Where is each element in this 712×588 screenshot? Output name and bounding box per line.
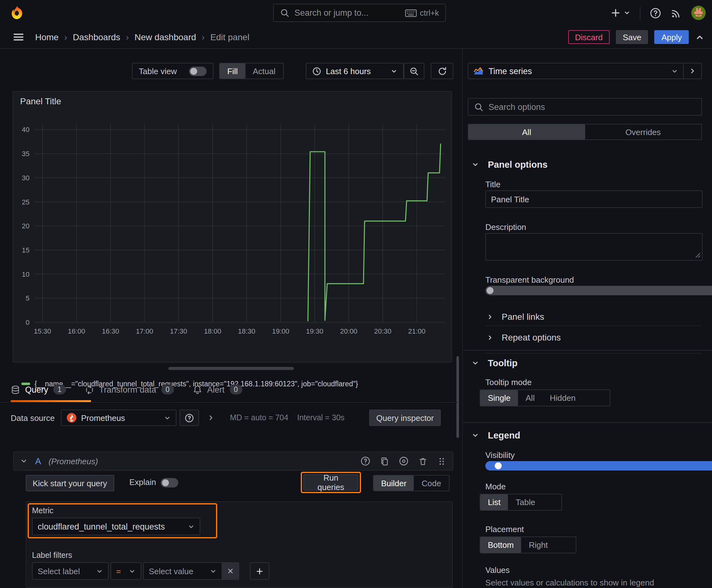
panel-resize-handle[interactable] — [168, 367, 294, 370]
tab-alert[interactable]: Alert0 — [193, 384, 242, 395]
nav-bar: Home›Dashboards›New dashboard›Edit panel… — [0, 26, 712, 49]
datasource-help-button[interactable] — [179, 410, 199, 426]
search-options-placeholder: Search options — [489, 102, 545, 111]
panel-title-input[interactable] — [486, 190, 703, 208]
query-help-icon[interactable] — [360, 456, 370, 466]
select-label-dropdown[interactable]: Select label — [32, 562, 109, 580]
svg-text:21:00: 21:00 — [408, 327, 425, 335]
help-icon[interactable] — [650, 7, 661, 19]
tab-query[interactable]: Query1 — [11, 384, 66, 395]
chevron-down-icon — [390, 67, 397, 75]
menu-icon[interactable] — [13, 32, 24, 42]
tooltip-header[interactable]: Tooltip — [472, 357, 706, 369]
option-code[interactable]: Code — [414, 476, 449, 491]
option-hidden[interactable]: Hidden — [542, 390, 583, 406]
select-value-dropdown[interactable]: Select value — [143, 562, 222, 580]
query-editor-card: Metric cloudflared_tunnel_total_requests… — [26, 501, 453, 588]
breadcrumb-item[interactable]: New dashboard — [134, 32, 196, 42]
legend-values-hint: Select values or calculations to show in… — [486, 578, 712, 587]
panel-title[interactable]: Panel Title — [20, 96, 61, 106]
option-single[interactable]: Single — [480, 390, 518, 406]
panel-options-header[interactable]: Panel options — [472, 159, 706, 170]
chevron-right-icon — [487, 313, 494, 320]
active-tab-underline — [11, 400, 91, 402]
news-rss-icon[interactable] — [671, 7, 682, 19]
operator-dropdown[interactable]: = — [110, 562, 141, 580]
explain-toggle[interactable] — [161, 478, 178, 487]
table-view-label: Table view — [139, 66, 177, 76]
query-row[interactable]: A (Prometheus) — [13, 452, 453, 470]
panel-links-section[interactable]: Panel links — [468, 310, 702, 323]
remove-filter-button[interactable] — [222, 562, 239, 580]
section-divider — [463, 350, 712, 351]
option-right[interactable]: Right — [521, 537, 555, 553]
fill-actual-toggle: FillActual — [219, 63, 284, 79]
duplicate-query-icon[interactable] — [380, 456, 389, 466]
option-list[interactable]: List — [480, 495, 508, 510]
option-overrides[interactable]: Overrides — [585, 124, 701, 140]
table-view-toggle[interactable] — [189, 66, 207, 76]
textarea-resize-handle[interactable] — [695, 253, 701, 258]
option-all[interactable]: All — [468, 124, 585, 140]
database-icon — [11, 385, 20, 394]
search-options-input[interactable]: Search options — [468, 98, 702, 115]
visualization-select[interactable]: Time series — [468, 66, 683, 76]
search-icon — [280, 8, 289, 18]
legend-values-label: Values — [486, 565, 712, 575]
transparent-bg-toggle[interactable] — [486, 286, 712, 295]
query-inspector-button[interactable]: Query inspector — [369, 410, 441, 426]
chevron-down-icon — [472, 432, 479, 439]
run-queries-highlight: Run queries — [301, 472, 361, 493]
timeseries-chart[interactable]: 15:3016:0016:3017:0017:3018:0018:3019:00… — [16, 119, 450, 335]
option-builder[interactable]: Builder — [373, 476, 414, 491]
repeat-options-section[interactable]: Repeat options — [468, 331, 702, 344]
refresh-button[interactable] — [431, 63, 453, 79]
option-bottom[interactable]: Bottom — [480, 537, 521, 553]
grafana-logo-icon[interactable] — [9, 5, 24, 20]
svg-text:18:30: 18:30 — [238, 327, 255, 335]
svg-text:20:00: 20:00 — [340, 327, 357, 335]
delete-query-trash-icon[interactable] — [418, 456, 428, 466]
option-all[interactable]: All — [518, 390, 542, 406]
svg-text:15:30: 15:30 — [34, 327, 51, 335]
grafana-app: Search or jump to... ctrl+k — [0, 0, 712, 588]
toggle-options-pane-button[interactable] — [683, 63, 701, 79]
save-button[interactable]: Save — [616, 30, 648, 44]
query-row-actions — [360, 456, 447, 466]
collapse-header-button[interactable] — [695, 33, 705, 42]
tab-transform-data[interactable]: Transform data0 — [85, 384, 174, 395]
datasource-select[interactable]: Prometheus — [61, 410, 176, 426]
breadcrumb-item[interactable]: Home — [35, 32, 59, 42]
top-bar: Search or jump to... ctrl+k — [0, 0, 712, 26]
run-queries-button[interactable]: Run queries — [303, 474, 359, 491]
drag-handle-grip-icon[interactable] — [437, 456, 447, 466]
chevron-down-icon — [188, 523, 195, 530]
legend-header[interactable]: Legend — [472, 430, 706, 441]
expand-stats-icon[interactable] — [207, 414, 215, 422]
add-menu-button[interactable] — [610, 7, 630, 18]
discard-button[interactable]: Discard — [568, 30, 610, 44]
add-filter-button[interactable] — [250, 562, 269, 580]
kick-start-query-button[interactable]: Kick start your query — [26, 475, 114, 491]
avatar[interactable] — [691, 6, 706, 20]
zoom-out-button[interactable] — [404, 63, 425, 79]
breadcrumb-item[interactable]: Dashboards — [73, 32, 120, 42]
tab-label: Query — [25, 385, 48, 394]
apply-button[interactable]: Apply — [654, 30, 689, 44]
hide-query-eye-icon[interactable] — [399, 456, 409, 466]
global-search-input[interactable]: Search or jump to... ctrl+k — [273, 4, 446, 22]
option-actual[interactable]: Actual — [245, 63, 283, 79]
time-range-picker[interactable]: Last 6 hours — [306, 63, 404, 79]
legend-visibility-toggle[interactable] — [486, 461, 712, 470]
metric-select[interactable]: cloudflared_tunnel_total_requests — [32, 518, 200, 535]
svg-text:16:00: 16:00 — [68, 327, 85, 335]
chart-area: 15:3016:0016:3017:0017:3018:0018:3019:00… — [16, 119, 450, 335]
main-column: Table view FillActual Last 6 hours Panel… — [0, 48, 462, 588]
topbar-divider — [640, 6, 641, 19]
option-table[interactable]: Table — [508, 495, 542, 510]
description-textarea[interactable] — [486, 233, 703, 261]
option-fill[interactable]: Fill — [220, 63, 245, 79]
tab-count-badge: 0 — [161, 384, 174, 395]
query-ref-letter[interactable]: A — [35, 456, 41, 466]
refresh-icon — [437, 66, 447, 76]
